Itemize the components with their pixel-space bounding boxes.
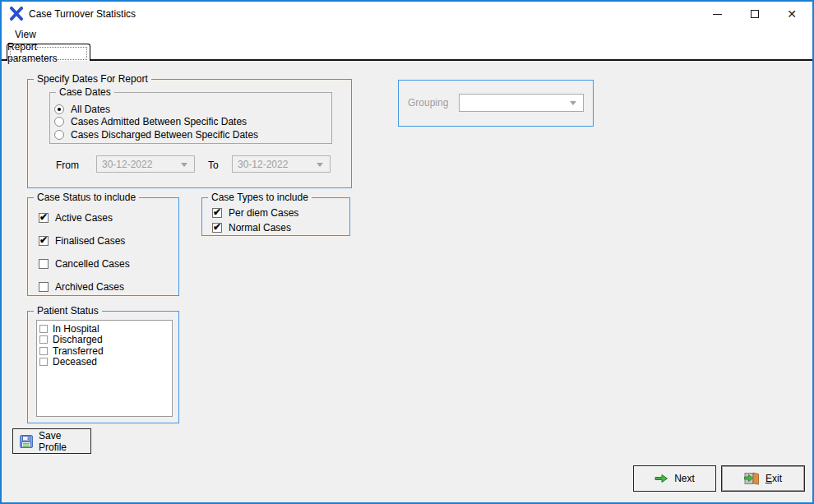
from-label: From <box>56 160 79 171</box>
grouping-label: Grouping <box>408 97 448 109</box>
checkbox-finalised-cases[interactable] <box>39 236 49 246</box>
minimize-button[interactable] <box>700 2 734 26</box>
checkbox-finalised-cases-label: Finalised Cases <box>55 235 125 247</box>
checkbox-row-normal-cases[interactable]: Normal Cases <box>212 222 291 234</box>
save-profile-button[interactable]: Save Profile <box>12 428 91 454</box>
exit-door-icon <box>744 472 760 485</box>
maximize-icon <box>751 10 759 18</box>
save-profile-label: Save Profile <box>39 430 90 453</box>
checkbox-row-finalised-cases[interactable]: Finalised Cases <box>39 235 125 247</box>
menu-bar: View <box>2 26 812 44</box>
dialog-case-turnover-statistics: Case Turnover Statistics ✕ View Report p… <box>0 0 814 504</box>
exit-label: Exit <box>765 473 782 484</box>
list-item-transferred[interactable]: Transferred <box>39 345 104 356</box>
list-item-deceased[interactable]: Deceased <box>39 356 97 367</box>
to-label: To <box>208 160 219 171</box>
radio-row-all-dates[interactable]: All Dates <box>54 104 110 115</box>
radio-admitted-between[interactable] <box>54 117 64 127</box>
checkbox-row-archived-cases[interactable]: Archived Cases <box>39 281 124 293</box>
checkbox-row-active-cases[interactable]: Active Cases <box>39 212 113 224</box>
close-button[interactable]: ✕ <box>775 2 809 26</box>
next-arrow-icon <box>654 473 668 484</box>
checkbox-transferred[interactable] <box>39 347 48 355</box>
checkbox-normal-cases-label: Normal Cases <box>229 222 291 234</box>
checkbox-per-diem-cases[interactable] <box>212 208 222 218</box>
dropdown-arrow-icon <box>317 163 323 167</box>
group-specify-dates-title: Specify Dates For Report <box>34 73 151 86</box>
checkbox-per-diem-cases-label: Per diem Cases <box>229 207 298 219</box>
list-item-transferred-label: Transferred <box>53 345 104 357</box>
next-button[interactable]: Next <box>633 465 716 492</box>
exit-button[interactable]: Exit <box>721 465 805 492</box>
maximize-button[interactable] <box>738 2 772 26</box>
to-date-value: 30-12-2022 <box>238 159 288 170</box>
checkbox-normal-cases[interactable] <box>212 223 222 233</box>
checkbox-archived-cases-label: Archived Cases <box>55 281 124 293</box>
checkbox-row-cancelled-cases[interactable]: Cancelled Cases <box>39 258 130 270</box>
radio-row-admitted-between[interactable]: Cases Admitted Between Specific Dates <box>54 116 247 127</box>
minimize-icon <box>713 14 722 15</box>
radio-discharged-between-label: Cases Discharged Between Specific Dates <box>71 129 258 141</box>
grouping-combobox[interactable] <box>459 94 584 112</box>
list-item-discharged-label: Discharged <box>53 334 103 345</box>
checkbox-row-per-diem-cases[interactable]: Per diem Cases <box>212 207 298 219</box>
list-item-discharged[interactable]: Discharged <box>39 334 103 344</box>
group-case-status-title: Case Status to include <box>34 192 139 204</box>
next-label: Next <box>674 473 695 484</box>
checkbox-archived-cases[interactable] <box>39 282 49 292</box>
checkbox-cancelled-cases-label: Cancelled Cases <box>55 258 130 270</box>
app-icon <box>9 7 24 21</box>
tab-strip: Report parameters <box>2 44 812 61</box>
radio-all-dates[interactable] <box>54 104 64 114</box>
checkbox-in-hospital[interactable] <box>39 325 48 333</box>
from-date-value: 30-12-2022 <box>102 159 152 170</box>
tab-label: Report parameters <box>7 41 90 64</box>
checkbox-deceased[interactable] <box>39 358 48 366</box>
close-icon: ✕ <box>787 8 797 20</box>
list-item-in-hospital-label: In Hospital <box>53 323 99 335</box>
radio-admitted-between-label: Cases Admitted Between Specific Dates <box>71 116 247 127</box>
title-bar: Case Turnover Statistics ✕ <box>2 2 812 26</box>
dropdown-arrow-icon <box>570 101 576 105</box>
checkbox-active-cases-label: Active Cases <box>55 212 113 224</box>
checkbox-cancelled-cases[interactable] <box>39 259 49 269</box>
checkbox-discharged[interactable] <box>39 335 48 344</box>
checkbox-active-cases[interactable] <box>39 213 49 223</box>
radio-discharged-between[interactable] <box>54 130 64 140</box>
group-case-types-title: Case Types to include <box>208 192 312 204</box>
menu-view[interactable]: View <box>11 28 40 41</box>
floppy-disk-icon <box>20 435 33 448</box>
list-item-in-hospital[interactable]: In Hospital <box>39 323 99 334</box>
group-patient-status-title: Patient Status <box>34 305 102 317</box>
tab-report-parameters[interactable]: Report parameters <box>7 44 90 61</box>
window-title: Case Turnover Statistics <box>29 8 136 20</box>
radio-row-discharged-between[interactable]: Cases Discharged Between Specific Dates <box>54 129 258 141</box>
patient-status-listbox[interactable]: In Hospital Discharged Transferred Decea… <box>36 320 173 417</box>
dropdown-arrow-icon <box>181 163 187 167</box>
to-date-combobox[interactable]: 30-12-2022 <box>232 155 331 173</box>
from-date-combobox[interactable]: 30-12-2022 <box>96 155 195 173</box>
group-case-dates-title: Case Dates <box>56 86 114 99</box>
radio-all-dates-label: All Dates <box>71 104 110 115</box>
list-item-deceased-label: Deceased <box>53 356 97 368</box>
